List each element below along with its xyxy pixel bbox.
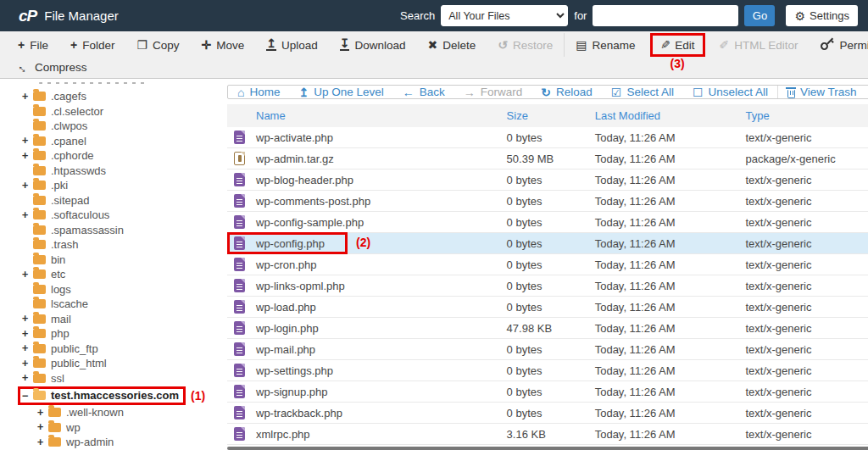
toolbar-button-compress[interactable]: ↔Compress: [7, 56, 98, 80]
file-type-cell: text/x-generic: [745, 127, 868, 148]
cpanel-logo-icon: cP: [19, 7, 36, 25]
nav-button-home[interactable]: ⌂Home: [228, 86, 289, 98]
file-row-wp-config-php[interactable]: wp-config.php(2)0 bytesToday, 11:26 AMte…: [227, 233, 868, 254]
sidebar-item-ssl[interactable]: +ssl: [0, 371, 225, 386]
sidebar-item-well-known[interactable]: +.well-known: [0, 405, 225, 420]
sidebar-item-cpanel[interactable]: +.cpanel: [0, 134, 225, 149]
collapse-icon[interactable]: −: [22, 390, 33, 402]
file-name-cell: wp-admin.tar.gz: [227, 148, 507, 169]
sidebar-item-softaculous[interactable]: +.softaculous: [0, 208, 225, 223]
toolbar-button-download[interactable]: ↧Download: [329, 33, 417, 57]
toolbar-button-file[interactable]: +File: [7, 33, 59, 57]
nav-button-view-trash[interactable]: View Trash: [777, 86, 866, 98]
sidebar-item-clwpos[interactable]: .clwpos: [0, 119, 225, 134]
tree-item-inner: .cl.selector: [22, 105, 103, 118]
file-name-content: wp-admin.tar.gz: [227, 148, 507, 169]
file-row-wp-links-opml-php[interactable]: wp-links-opml.php0 bytesToday, 11:26 AMt…: [227, 275, 868, 297]
expand-icon[interactable]: +: [22, 209, 33, 221]
sidebar-item-logs[interactable]: logs: [0, 282, 225, 297]
sidebar-item-label: .clwpos: [51, 119, 87, 132]
file-row-wp-config-sample-php[interactable]: wp-config-sample.php0 bytesToday, 11:26 …: [227, 212, 868, 233]
sidebar-item-sitepad[interactable]: .sitepad: [0, 193, 225, 208]
file-row-wp-blog-header-php[interactable]: wp-blog-header.php0 bytesToday, 11:26 AM…: [227, 169, 868, 191]
column-header-size[interactable]: Size: [507, 104, 595, 127]
sidebar-item-lscache[interactable]: lscache: [0, 297, 225, 312]
column-header-name[interactable]: Name: [227, 104, 507, 127]
nav-button-back[interactable]: ←Back: [393, 86, 454, 98]
expand-icon[interactable]: +: [22, 342, 33, 354]
folder-icon: [33, 166, 46, 175]
nav-button-label: View Trash: [800, 86, 857, 98]
search-scope-select[interactable]: All Your Files: [441, 5, 568, 26]
search-input[interactable]: [593, 5, 738, 26]
toolbar-button-delete[interactable]: ✖Delete: [417, 33, 487, 57]
file-row-wp-login-php[interactable]: wp-login.php47.98 KBToday, 11:26 AMtext/…: [227, 318, 868, 339]
expand-icon[interactable]: +: [22, 328, 33, 340]
file-name-cell: wp-trackback.php: [227, 403, 507, 424]
toolbar-button-permissions[interactable]: Permissions: [810, 33, 868, 57]
toolbar-button-copy[interactable]: ❐Copy: [125, 33, 190, 57]
sidebar-item-mail[interactable]: +mail: [0, 312, 225, 327]
file-row-wp-settings-php[interactable]: wp-settings.php0 bytesToday, 11:26 AMtex…: [227, 360, 868, 381]
nav-button-unselect-all[interactable]: ☐Unselect All: [683, 86, 777, 98]
file-row-xmlrpc-php[interactable]: xmlrpc.php3.16 KBToday, 11:26 AMtext/x-g…: [227, 424, 868, 445]
upload-icon: ↥: [266, 39, 276, 51]
horizontal-scrollbar[interactable]: [227, 447, 868, 450]
expand-icon[interactable]: +: [37, 407, 48, 419]
sidebar-item-trash[interactable]: .trash: [0, 237, 225, 253]
sidebar-item-php[interactable]: +php: [0, 326, 225, 342]
column-header-last-modified[interactable]: Last Modified: [595, 104, 746, 127]
sidebar-item-cagefs[interactable]: +.cagefs: [0, 89, 225, 104]
file-row-wp-comments-post-php[interactable]: wp-comments-post.php0 bytesToday, 11:26 …: [227, 191, 868, 212]
sidebar-item-wp[interactable]: +wp: [0, 420, 225, 436]
unselect-all-icon: ☐: [693, 86, 704, 98]
file-row-wp-mail-php[interactable]: wp-mail.php0 bytesToday, 11:26 AMtext/x-…: [227, 339, 868, 360]
folder-icon: [33, 181, 46, 190]
file-row-wp-cron-php[interactable]: wp-cron.php0 bytesToday, 11:26 AMtext/x-…: [227, 254, 868, 275]
toolbar-button-edit[interactable]: ✎Edit(3): [650, 33, 705, 57]
folder-icon: [33, 269, 46, 279]
nav-button-up-one-level[interactable]: ↥Up One Level: [289, 86, 392, 98]
expand-icon[interactable]: +: [22, 313, 33, 325]
file-row-wp-signup-php[interactable]: wp-signup.php0 bytesToday, 11:26 AMtext/…: [227, 381, 868, 403]
go-button[interactable]: Go: [744, 5, 775, 26]
sidebar-item-pki[interactable]: +.pki: [0, 178, 225, 193]
expand-icon[interactable]: +: [37, 436, 48, 448]
file-row-wp-load-php[interactable]: wp-load.php0 bytesToday, 11:26 AMtext/x-…: [227, 297, 868, 318]
sidebar-item-etc[interactable]: +etc: [0, 267, 225, 282]
expand-icon[interactable]: +: [22, 358, 33, 369]
sidebar-item-public-html[interactable]: +public_html: [0, 356, 225, 371]
expand-icon[interactable]: +: [22, 372, 33, 384]
back-icon: ←: [403, 86, 415, 98]
toolbar-button-upload[interactable]: ↥Upload: [255, 33, 329, 57]
expand-icon[interactable]: +: [37, 421, 48, 433]
table-header-row: NameSizeLast ModifiedTypePermissions: [227, 104, 868, 127]
sidebar-item-cphorde[interactable]: +.cphorde: [0, 148, 225, 164]
settings-button[interactable]: ⚙ Settings: [786, 5, 858, 26]
nav-button-reload[interactable]: ↻Reload: [531, 86, 602, 98]
sidebar-item-cl-selector[interactable]: .cl.selector: [0, 104, 225, 119]
column-header-type[interactable]: Type: [745, 104, 868, 127]
toolbar-button-move[interactable]: ✛Move: [190, 33, 255, 57]
file-row-wp-activate-php[interactable]: wp-activate.php0 bytesToday, 11:26 AMtex…: [227, 127, 868, 148]
text-file-icon: [234, 131, 245, 144]
sidebar-item-spamassassin[interactable]: .spamassassin: [0, 223, 225, 238]
sidebar-item-label: .sitepad: [51, 194, 90, 207]
expand-icon[interactable]: +: [22, 91, 33, 103]
sidebar-item-public-ftp[interactable]: +public_ftp: [0, 342, 225, 357]
reload-icon: ↻: [541, 86, 551, 98]
expand-icon[interactable]: +: [22, 150, 33, 162]
file-modified-cell: Today, 11:26 AM: [595, 318, 746, 339]
sidebar-item-bin[interactable]: bin: [0, 253, 225, 268]
toolbar-button-folder[interactable]: +Folder: [59, 33, 125, 57]
sidebar-item-test-hmaccessories-com[interactable]: −test.hmaccessories.com(1): [0, 386, 225, 405]
file-row-wp-trackback-php[interactable]: wp-trackback.php0 bytesToday, 11:26 AMte…: [227, 403, 868, 424]
expand-icon[interactable]: +: [22, 135, 33, 147]
toolbar-button-rename[interactable]: ▤Rename: [564, 33, 646, 57]
expand-icon[interactable]: +: [22, 180, 33, 192]
sidebar-item-htpasswds[interactable]: .htpasswds: [0, 164, 225, 179]
nav-button-select-all[interactable]: ☑Select All: [602, 86, 683, 98]
expand-icon[interactable]: +: [22, 269, 33, 281]
sidebar-item-wp-admin[interactable]: +wp-admin: [0, 435, 225, 450]
file-row-wp-admin-tar-gz[interactable]: wp-admin.tar.gz50.39 MBToday, 11:26 AMpa…: [227, 148, 868, 169]
